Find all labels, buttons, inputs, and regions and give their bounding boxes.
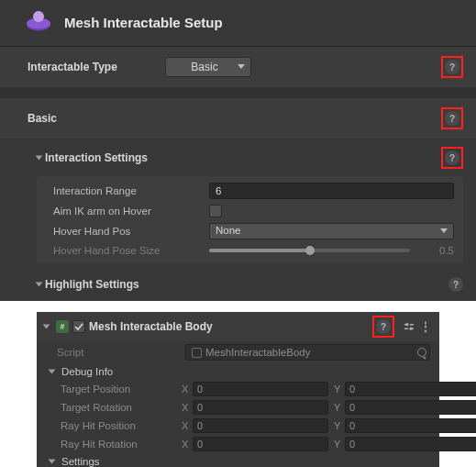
- help-highlight-component: ?: [372, 316, 394, 338]
- interactable-type-value: Basic: [191, 61, 217, 73]
- hover-hand-pos-row: Hover Hand Pos None: [37, 220, 463, 242]
- help-highlight-basic: ?: [441, 107, 463, 129]
- axis-y-label: Y: [334, 402, 343, 413]
- axis-y-label: Y: [334, 420, 343, 431]
- target-position-x[interactable]: [193, 382, 328, 396]
- interaction-range-label: Interaction Range: [53, 185, 209, 196]
- csharp-asset-icon: [192, 348, 202, 358]
- svg-marker-3: [238, 64, 245, 69]
- hover-hand-pos-label: Hover Hand Pos: [53, 226, 209, 237]
- axis-x-label: X: [182, 439, 191, 450]
- target-position-y[interactable]: [345, 382, 476, 396]
- ray-hit-position-label: Ray Hit Position: [61, 420, 182, 431]
- chevron-down-icon: [238, 64, 245, 70]
- script-value: MeshInteractableBody: [205, 347, 310, 358]
- svg-rect-7: [404, 328, 408, 330]
- component-tools: ⋮: [404, 320, 432, 333]
- divider: [0, 88, 476, 97]
- foldout-arrow-icon: [49, 370, 56, 374]
- axis-x-label: X: [182, 420, 191, 431]
- interaction-range-input[interactable]: [209, 183, 454, 199]
- help-highlight-type: ?: [441, 56, 463, 78]
- interactable-type-row: Interactable Type Basic ?: [0, 47, 476, 88]
- svg-point-10: [409, 328, 412, 330]
- ray-hit-position-row: Ray Hit Position X Y Z: [37, 417, 439, 435]
- target-rotation-x[interactable]: [193, 400, 328, 415]
- settings-foldout[interactable]: Settings: [37, 453, 439, 467]
- svg-rect-6: [410, 324, 414, 326]
- kebab-menu-icon[interactable]: ⋮: [420, 320, 432, 333]
- foldout-arrow-icon: [43, 325, 50, 329]
- interactable-type-label: Interactable Type: [28, 61, 165, 73]
- help-button-highlight[interactable]: ?: [448, 277, 463, 292]
- component-header[interactable]: # Mesh Interactable Body ? ⋮: [37, 312, 439, 341]
- target-position-label: Target Position: [61, 384, 182, 395]
- foldout-arrow-icon: [49, 460, 56, 464]
- target-rotation-y[interactable]: [345, 400, 476, 415]
- ray-hit-rotation-x[interactable]: [193, 437, 328, 451]
- help-button-basic[interactable]: ?: [445, 111, 459, 126]
- interactable-type-dropdown[interactable]: Basic: [165, 57, 251, 77]
- interaction-range-row: Interaction Range: [37, 180, 463, 202]
- interaction-settings-title: Interaction Settings: [45, 151, 148, 164]
- target-rotation-label: Target Rotation: [61, 402, 182, 413]
- target-position-row: Target Position X Y Z: [37, 380, 439, 398]
- foldout-arrow-icon: [36, 156, 43, 161]
- hover-hand-pos-value: None: [216, 225, 241, 236]
- script-type-icon: #: [56, 320, 69, 333]
- aim-ik-checkbox[interactable]: [209, 205, 222, 217]
- aim-ik-row: Aim IK arm on Hover: [37, 202, 463, 220]
- help-highlight-interaction: ?: [441, 147, 463, 169]
- hover-hand-pose-size-slider[interactable]: [209, 249, 410, 252]
- ray-hit-position-y[interactable]: [345, 418, 476, 433]
- basic-title: Basic: [28, 112, 165, 125]
- script-label: Script: [57, 347, 185, 358]
- svg-point-9: [405, 323, 408, 326]
- preset-icon[interactable]: [404, 321, 415, 332]
- component-enabled-checkbox[interactable]: [72, 320, 85, 333]
- axis-x-label: X: [182, 384, 191, 395]
- hover-hand-pose-size-row: Hover Hand Pose Size 0.5: [37, 242, 463, 259]
- help-button-type[interactable]: ?: [445, 60, 459, 74]
- script-object-field[interactable]: MeshInteractableBody: [185, 344, 430, 361]
- highlight-settings-title: Highlight Settings: [45, 278, 139, 291]
- target-rotation-row: Target Rotation X Y Z: [37, 398, 439, 417]
- interaction-settings-foldout[interactable]: Interaction Settings ?: [0, 139, 476, 176]
- svg-point-2: [33, 11, 44, 22]
- slider-thumb[interactable]: [305, 246, 315, 255]
- page-title: Mesh Interactable Setup: [64, 15, 223, 30]
- hover-hand-pose-size-value: 0.5: [417, 245, 454, 256]
- aim-ik-label: Aim IK arm on Hover: [53, 206, 209, 217]
- ray-hit-position-x[interactable]: [193, 418, 328, 433]
- settings-title: Settings: [61, 456, 100, 467]
- debug-info-title: Debug Info: [61, 366, 113, 377]
- svg-marker-4: [440, 228, 448, 233]
- help-button-interaction[interactable]: ?: [445, 150, 459, 165]
- object-picker-icon[interactable]: [417, 348, 426, 357]
- basic-section-header: Basic ?: [0, 97, 476, 139]
- hover-hand-pose-size-label: Hover Hand Pose Size: [53, 245, 209, 256]
- component-title: Mesh Interactable Body: [89, 320, 213, 333]
- ray-hit-rotation-label: Ray Hit Rotation: [61, 439, 182, 450]
- axis-x-label: X: [182, 402, 191, 413]
- axis-y-label: Y: [334, 384, 343, 395]
- debug-info-foldout[interactable]: Debug Info: [37, 363, 439, 380]
- mesh-logo-icon: [22, 9, 55, 35]
- ray-hit-rotation-row: Ray Hit Rotation X Y Z: [37, 435, 439, 453]
- help-button-component[interactable]: ?: [376, 319, 391, 334]
- chevron-down-icon: [440, 228, 448, 234]
- axis-y-label: Y: [334, 439, 343, 450]
- hover-hand-pos-dropdown[interactable]: None: [209, 223, 454, 239]
- ray-hit-rotation-y[interactable]: [345, 437, 476, 451]
- interaction-settings-body: Interaction Range Aim IK arm on Hover Ho…: [37, 176, 463, 262]
- foldout-arrow-icon: [36, 283, 43, 287]
- highlight-settings-foldout[interactable]: Highlight Settings ?: [0, 272, 476, 301]
- inspector-header: Mesh Interactable Setup: [0, 0, 476, 47]
- script-row: Script MeshInteractableBody: [37, 341, 439, 363]
